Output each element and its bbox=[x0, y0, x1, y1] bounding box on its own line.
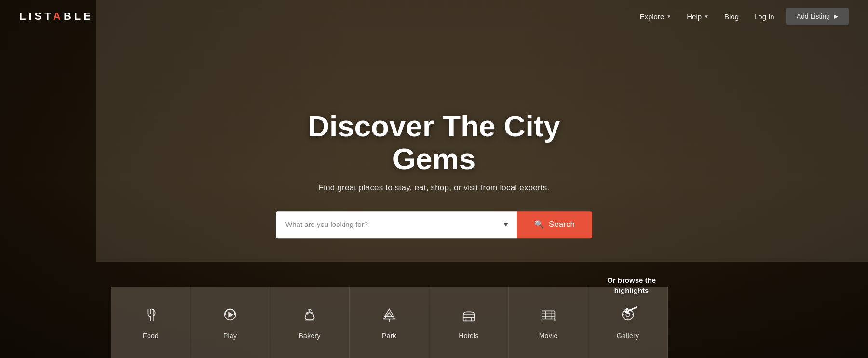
hotels-svg bbox=[460, 305, 478, 324]
svg-rect-5 bbox=[463, 315, 475, 321]
hotels-icon bbox=[460, 305, 478, 326]
search-select[interactable]: What are you looking for? Food Hotels Ba… bbox=[276, 211, 517, 238]
nav-item-login[interactable]: Log In bbox=[754, 13, 774, 21]
search-button[interactable]: 🔍 Search bbox=[517, 211, 592, 238]
food-icon bbox=[142, 305, 160, 326]
category-bar: Food Play bbox=[111, 287, 668, 358]
category-item-hotels[interactable]: Hotels bbox=[429, 287, 509, 358]
nav-links: Explore ▼ Help ▼ Blog Log In bbox=[639, 13, 774, 21]
logo[interactable]: LISTABLE bbox=[19, 10, 94, 23]
category-item-park[interactable]: Park bbox=[350, 287, 429, 358]
play-svg bbox=[221, 305, 239, 324]
bakery-icon bbox=[300, 305, 319, 326]
nav-help-label: Help bbox=[687, 13, 702, 21]
bakery-svg bbox=[300, 305, 319, 324]
food-svg bbox=[142, 305, 160, 324]
category-item-play[interactable]: Play bbox=[190, 287, 270, 358]
search-button-label: Search bbox=[549, 220, 575, 229]
park-icon bbox=[380, 305, 398, 326]
category-bakery-label: Bakery bbox=[298, 332, 320, 340]
arrow-right-icon: ▶ bbox=[834, 13, 838, 20]
browse-hint: Or browse thehighlights ↙ bbox=[607, 275, 656, 319]
nav-login-label: Log In bbox=[754, 13, 774, 21]
park-svg bbox=[380, 305, 398, 324]
add-listing-label: Add Listing bbox=[797, 13, 830, 20]
movie-icon bbox=[539, 305, 557, 326]
category-item-bakery[interactable]: Bakery bbox=[270, 287, 350, 358]
nav-item-help[interactable]: Help ▼ bbox=[687, 13, 709, 21]
logo-text: LISTABLE bbox=[19, 10, 94, 23]
nav-item-explore[interactable]: Explore ▼ bbox=[639, 13, 671, 21]
play-icon bbox=[221, 305, 239, 326]
category-movie-label: Movie bbox=[539, 332, 558, 340]
category-gallery-label: Gallery bbox=[617, 332, 639, 340]
category-item-food[interactable]: Food bbox=[111, 287, 190, 358]
search-bar: What are you looking for? Food Hotels Ba… bbox=[265, 211, 603, 238]
nav-explore-label: Explore bbox=[639, 13, 664, 21]
category-park-label: Park bbox=[382, 332, 396, 340]
category-item-movie[interactable]: Movie bbox=[509, 287, 588, 358]
movie-svg bbox=[539, 305, 557, 324]
navbar: LISTABLE Explore ▼ Help ▼ Blog bbox=[0, 0, 868, 33]
nav-blog-label: Blog bbox=[724, 13, 739, 21]
add-listing-button[interactable]: Add Listing ▶ bbox=[786, 8, 849, 25]
hero-title: Discover The City Gems bbox=[265, 110, 603, 175]
search-select-wrapper: What are you looking for? Food Hotels Ba… bbox=[276, 211, 517, 238]
search-icon: 🔍 bbox=[534, 220, 544, 229]
category-food-label: Food bbox=[143, 332, 159, 340]
category-hotels-label: Hotels bbox=[459, 332, 478, 340]
hero-content: Discover The City Gems Find great places… bbox=[265, 110, 603, 238]
category-play-label: Play bbox=[223, 332, 237, 340]
hero-section: LISTABLE Explore ▼ Help ▼ Blog bbox=[0, 0, 868, 358]
svg-rect-9 bbox=[542, 311, 555, 319]
chevron-down-icon: ▼ bbox=[704, 14, 709, 19]
nav-item-blog[interactable]: Blog bbox=[724, 13, 739, 21]
hero-subtitle: Find great places to stay, eat, shop, or… bbox=[265, 183, 603, 193]
chevron-down-icon: ▼ bbox=[666, 14, 671, 19]
